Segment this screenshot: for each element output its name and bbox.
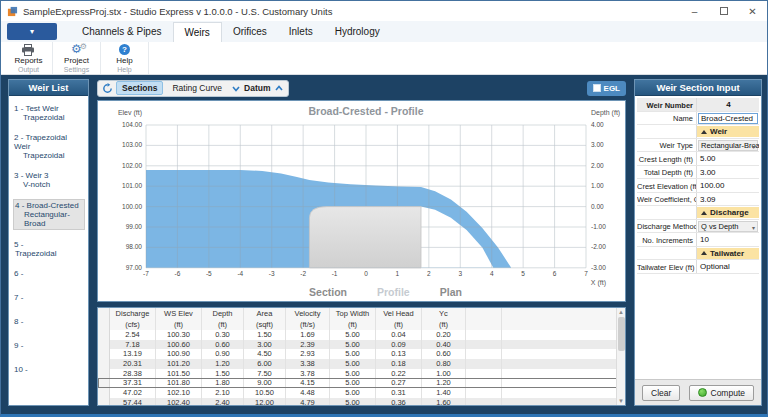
project-button[interactable]: ⚙ ⚙ Project [64, 43, 89, 65]
compute-button[interactable]: Compute [689, 385, 755, 401]
table-cell: 101.80 [156, 378, 202, 388]
datum-down-icon[interactable] [231, 84, 241, 93]
table-cell: 2.93 [286, 349, 330, 359]
table-cell: 5.00 [330, 340, 376, 350]
weir-list-item[interactable]: 9 - [13, 340, 85, 351]
table-cell: 102.40 [156, 398, 202, 406]
table-row[interactable]: 20.31101.201.206.003.385.000.180.80 [98, 359, 625, 369]
row-selector[interactable] [98, 388, 110, 398]
scroll-up-icon[interactable]: ▲ [618, 308, 624, 316]
svg-text:-7: -7 [143, 270, 149, 277]
table-cell: Yc [422, 308, 466, 319]
row-selector[interactable] [98, 330, 110, 340]
help-label: Help [116, 56, 132, 65]
table-cell: 0.40 [422, 340, 466, 350]
weir-list-item[interactable]: 2 - Trapezoidal WeirTrapezoidal [13, 132, 85, 161]
file-backstage-button[interactable]: ▾ [7, 23, 57, 40]
ribbon-tab-bar: ▾ Channels & PipesWeirsOrificesInletsHyd… [1, 21, 767, 42]
property-value[interactable]: 5.00 [697, 152, 759, 165]
row-selector[interactable] [98, 369, 110, 379]
row-selector[interactable] [98, 359, 110, 369]
datum-up-icon[interactable] [274, 84, 284, 93]
table-cell: 0.80 [422, 359, 466, 369]
view-link-plan[interactable]: Plan [440, 286, 462, 298]
section-band-weir[interactable]: Weir [697, 126, 759, 137]
profile-chart-panel: 97.00-3.0098.00-2.0099.00-1.00100.000.00… [97, 100, 626, 302]
ribbon-tab-hydrology[interactable]: Hydrology [324, 22, 391, 42]
row-selector[interactable] [98, 378, 110, 388]
weir-list-item[interactable]: 3 - Weir 3V-notch [13, 170, 85, 190]
table-row[interactable]: 47.02102.102.1010.504.485.000.311.40 [98, 388, 625, 398]
table-row[interactable]: 13.19100.900.904.502.935.000.130.60 [98, 349, 625, 359]
svg-text:98.00: 98.00 [126, 243, 143, 250]
sections-tab[interactable]: Sections [116, 81, 163, 95]
name-input[interactable]: Broad-Crested [698, 113, 758, 124]
ribbon-tab-orifices[interactable]: Orifices [222, 22, 278, 42]
refresh-icon[interactable] [102, 83, 113, 94]
property-value[interactable]: 100.00 [697, 179, 759, 192]
weir-list-item[interactable]: 8 - [13, 316, 85, 327]
table-cell-empty [466, 398, 502, 406]
row-selector[interactable] [98, 340, 110, 350]
property-value: Tailwater [697, 247, 759, 260]
property-value[interactable]: Optional [697, 260, 759, 273]
table-cell-empty [466, 308, 502, 319]
property-row-name: NameBroad-Crested [637, 112, 759, 126]
table-cell: 0.22 [376, 369, 422, 379]
property-row-discharge-method: Discharge MethodQ vs Depth▾ [637, 220, 759, 234]
svg-text:2.00: 2.00 [591, 162, 604, 169]
weir-list-item[interactable]: 1 - Test WeirTrapezoidal [13, 103, 85, 123]
help-button[interactable]: ? Help [116, 43, 132, 65]
table-cell-filler [502, 330, 625, 340]
scrollbar-thumb[interactable] [618, 317, 625, 351]
row-selector[interactable] [98, 349, 110, 359]
weir-list-item[interactable]: 4 - Broad-CrestedRectangular-Broad [13, 199, 85, 230]
egl-toggle[interactable]: EGL [587, 81, 626, 96]
property-row-no-increments: No. Increments10 [637, 233, 759, 247]
minimize-icon[interactable]: – [680, 1, 709, 21]
view-link-section[interactable]: Section [309, 286, 347, 298]
table-row[interactable]: 2.54100.300.301.501.695.000.040.20 [98, 330, 625, 340]
close-icon[interactable]: ✕ [738, 1, 767, 21]
weir-list-item[interactable]: 5 -Trapezoidal [13, 239, 85, 259]
dropdown-weir-type[interactable]: Rectangular-Broad▾ [698, 140, 758, 151]
property-value[interactable]: 10 [697, 233, 759, 246]
row-selector[interactable] [98, 308, 110, 319]
weir-list-item[interactable]: 7 - [13, 292, 85, 303]
weir-list-item[interactable]: 10 - [13, 364, 85, 375]
table-cell: 0.18 [376, 359, 422, 369]
table-row[interactable]: 28.38101.501.507.503.785.000.221.00 [98, 369, 625, 379]
table-vertical-scrollbar[interactable]: ▲ ▼ [616, 308, 625, 405]
section-band-discharge[interactable]: Discharge [697, 207, 759, 218]
svg-text:-5: -5 [206, 270, 212, 277]
ribbon-tab-inlets[interactable]: Inlets [278, 22, 324, 42]
property-value: Discharge [697, 206, 759, 219]
property-row-total-depth-ft-: Total Depth (ft)3.00 [637, 166, 759, 180]
chart-title: Broad-Crested - Profile [309, 105, 424, 117]
property-label: Tailwater Elev (ft) [637, 260, 697, 273]
property-label [637, 125, 697, 138]
maximize-icon[interactable] [709, 1, 738, 21]
weir-list-item[interactable]: 6 - [13, 268, 85, 279]
row-selector[interactable] [98, 398, 110, 406]
table-row[interactable]: 57.44102.402.4012.004.795.000.361.60 [98, 398, 625, 406]
table-row[interactable]: 7.18100.600.603.002.395.000.090.40 [98, 340, 625, 350]
property-value[interactable]: 3.09 [697, 193, 759, 206]
dropdown-discharge-method[interactable]: Q vs Depth▾ [698, 221, 758, 232]
egl-checkbox[interactable] [593, 84, 601, 92]
property-label: Weir Number [637, 98, 697, 111]
rating-curve-tab[interactable]: Rating Curve [166, 81, 228, 95]
scroll-down-icon[interactable]: ▼ [618, 397, 624, 405]
reports-button[interactable]: Reports [14, 43, 42, 65]
property-row-crest-length-ft-: Crest Length (ft)5.00 [637, 152, 759, 166]
ribbon-tab-channels-pipes[interactable]: Channels & Pipes [71, 22, 173, 42]
property-value[interactable]: 3.00 [697, 166, 759, 179]
row-selector[interactable] [98, 319, 110, 330]
table-cell: 20.31 [110, 359, 156, 369]
table-cell-filler [502, 388, 625, 398]
table-row[interactable]: 37.31101.801.809.004.155.000.271.20 [98, 378, 625, 388]
weir-section-input-panel: Weir Section Input Weir Number4NameBroad… [634, 79, 762, 406]
section-band-tailwater[interactable]: Tailwater [697, 248, 759, 259]
ribbon-tab-weirs[interactable]: Weirs [173, 22, 222, 42]
clear-button[interactable]: Clear [642, 385, 680, 401]
